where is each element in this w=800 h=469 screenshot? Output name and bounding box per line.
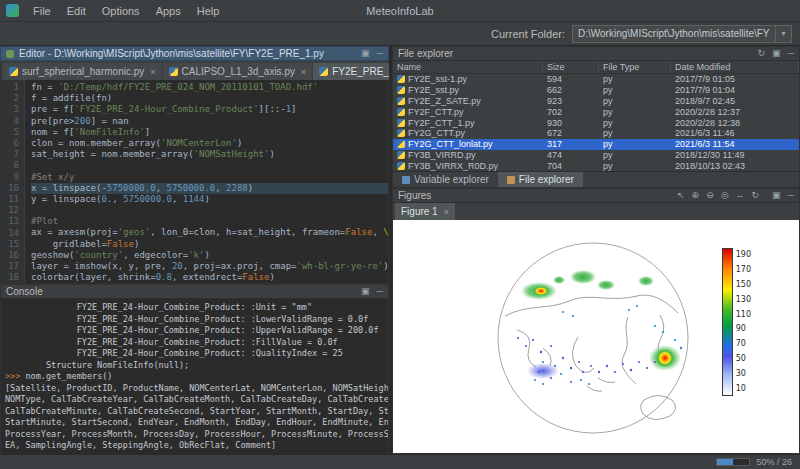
refresh-icon[interactable]: ↻ [758, 49, 766, 58]
meteoinfolab-window: MeteoInfoLab FileEditOptionsAppsHelp Cur… [0, 0, 800, 469]
file-name: FY2E_sst.py [408, 85, 459, 95]
file-size: 662 [543, 85, 599, 95]
menu-items: FileEditOptionsAppsHelp [25, 3, 227, 19]
code-editor[interactable]: 123456789101112131415161718 fn = 'D:/Tem… [0, 80, 389, 284]
file-row[interactable]: FY2F_CTT.py702py2020/2/28 12:37 [393, 106, 799, 117]
file-size: 702 [543, 107, 599, 117]
colorbar-labels: 1901701501301109070503010 [736, 248, 751, 396]
file-type: py [599, 161, 671, 171]
tab-variable-explorer[interactable]: Variable explorer [393, 172, 498, 187]
menu-edit[interactable]: Edit [59, 3, 94, 19]
file-name: FY2F_CTT.py [408, 107, 464, 117]
figure-tabs: Figure 1 × [392, 203, 800, 220]
minimize-panel-icon[interactable]: ─ [788, 191, 794, 200]
figure-canvas[interactable]: 1901701501301109070503010 [392, 220, 800, 454]
file-size: 474 [543, 150, 599, 160]
menu-apps[interactable]: Apps [148, 3, 189, 19]
chevron-down-icon[interactable]: ▼ [775, 26, 791, 42]
file-size: 923 [543, 96, 599, 106]
colorbar-tick-label: 10 [736, 385, 751, 393]
console-line: NOMType, CalTabCreateYear, CalTabCreateM… [5, 394, 384, 406]
python-file-icon [397, 97, 405, 105]
code-line: pre = f['FY2E_PRE_24-Hour_Combine_Produc… [31, 104, 388, 115]
editor-gutter: 123456789101112131415161718 [1, 80, 25, 283]
zoom-in-icon[interactable]: ⊕ [692, 191, 700, 200]
code-line: ax = axesm(proj='geos', lon_0=clon, h=sa… [31, 227, 388, 238]
float-panel-icon[interactable]: ▣ [772, 49, 781, 58]
file-row[interactable]: FY2E_sst-1.py594py2017/7/9 01:05 [393, 74, 799, 85]
file-name: FY2E_Z_SATE.py [408, 96, 481, 106]
tab-label: CALIPSO_L1_3d_axis.py [182, 66, 295, 77]
minimize-panel-icon[interactable]: ─ [377, 287, 383, 296]
code-line: pre[pre>200] = nan [31, 116, 388, 127]
right-column: File explorer ↻ ▣ ─ NameSizeFile TypeDat… [392, 46, 800, 454]
code-line: clon = nom.member_array('NOMCenterLon') [31, 138, 388, 149]
current-folder-combobox[interactable]: D:\Working\MIScript\Jython\mis\satellite… [572, 25, 792, 43]
figure-tab[interactable]: Figure 1 × [395, 203, 455, 220]
float-panel-icon[interactable]: ▣ [361, 287, 370, 296]
figures-title: Figures [398, 190, 431, 201]
menu-file[interactable]: File [25, 3, 59, 19]
file-row[interactable]: FY2F_CTT_1.py930py2020/2/28 12:38 [393, 117, 799, 128]
python-file-icon [397, 129, 405, 137]
close-icon[interactable]: × [150, 67, 155, 77]
file-row[interactable]: FY3B_VIRRX_R0D.py704py2018/10/13 02:43 [393, 160, 799, 171]
column-header-size[interactable]: Size [543, 61, 599, 73]
current-folder-label: Current Folder: [491, 28, 565, 40]
file-row[interactable]: FY3B_VIRRD.py474py2018/12/30 11:49 [393, 150, 799, 161]
memory-indicator[interactable] [716, 458, 750, 466]
console-line: FY2E_PRE_24-Hour_Combine_Product: :Upper… [5, 325, 384, 337]
colorbar-tick-label: 50 [736, 355, 751, 363]
zoom-out-icon[interactable]: ⊖ [706, 191, 714, 200]
file-name: FY2F_CTT_1.py [408, 118, 475, 128]
file-size: 704 [543, 161, 599, 171]
current-folder-value: D:\Working\MIScript\Jython\mis\satellite… [573, 28, 775, 39]
column-header-date-modified[interactable]: Date Modified [671, 61, 799, 73]
tab-file-explorer[interactable]: File explorer [498, 172, 583, 187]
colorbar-tick-label: 150 [736, 281, 751, 289]
file-table-header: NameSizeFile TypeDate Modified [392, 61, 800, 74]
full-extent-icon[interactable]: ◎ [721, 191, 729, 200]
file-row[interactable]: FY2E_sst.py662py2017/7/9 01:04 [393, 85, 799, 96]
app-logo-icon [6, 4, 19, 17]
code-line: gridlabel=False) [31, 239, 388, 250]
console-panel: Console ▣ ─ FY2E_PRE_24-Hour_Combine_Pro… [0, 284, 389, 456]
minimize-panel-icon[interactable]: ─ [377, 49, 383, 58]
file-row[interactable]: FY2E_Z_SATE.py923py2018/9/7 02:45 [393, 96, 799, 107]
close-icon[interactable]: × [444, 207, 449, 217]
figure-tab-label: Figure 1 [401, 206, 438, 217]
colorbar-tick-label: 90 [736, 325, 751, 333]
file-date: 2017/7/9 01:04 [671, 85, 799, 95]
file-type: py [599, 118, 671, 128]
python-file-icon [397, 119, 405, 127]
file-type: py [599, 96, 671, 106]
menu-help[interactable]: Help [189, 3, 228, 19]
editor-tab[interactable]: surf_spherical_harmonic.py× [3, 63, 162, 80]
console-output[interactable]: FY2E_PRE_24-Hour_Combine_Product: :Unit … [0, 299, 389, 456]
file-date: 2018/12/30 11:49 [671, 150, 799, 160]
file-date: 2021/6/3 11:54 [671, 139, 799, 149]
column-header-file-type[interactable]: File Type [599, 61, 671, 73]
file-row[interactable]: FY2G_CTT_lonlat.py317py2021/6/3 11:54 [393, 139, 799, 150]
code-line [31, 205, 388, 216]
python-file-icon [319, 67, 328, 76]
editor-title: Editor - D:\Working\MIScript\Jython\mis\… [19, 48, 324, 59]
menu-options[interactable]: Options [94, 3, 148, 19]
file-date: 2020/2/28 12:38 [671, 118, 799, 128]
file-row[interactable]: FY2G_CTT.py672py2021/6/3 11:46 [393, 128, 799, 139]
pan-icon[interactable]: ↔ [736, 191, 745, 200]
column-header-name[interactable]: Name [393, 61, 543, 73]
console-line: StartMinute, StartSecond, EndYear, EndMo… [5, 417, 384, 429]
close-icon[interactable]: × [301, 67, 306, 77]
file-date: 2020/2/28 12:37 [671, 107, 799, 117]
editor-tab[interactable]: CALIPSO_L1_3d_axis.py× [163, 63, 313, 80]
code-lines: fn = 'D:/Temp/hdf/FY2E_PRE_024_NOM_20110… [25, 80, 388, 283]
console-line: FY2E_PRE_24-Hour_Combine_Product: :Unit … [5, 302, 384, 314]
code-line: fn = 'D:/Temp/hdf/FY2E_PRE_024_NOM_20110… [31, 82, 388, 93]
float-panel-icon[interactable]: ▣ [772, 191, 781, 200]
float-panel-icon[interactable]: ▣ [361, 49, 370, 58]
minimize-panel-icon[interactable]: ─ [788, 49, 794, 58]
rotate-icon[interactable]: ↻ [752, 191, 760, 200]
python-file-icon [397, 151, 405, 159]
select-icon[interactable]: ↖ [677, 191, 685, 200]
